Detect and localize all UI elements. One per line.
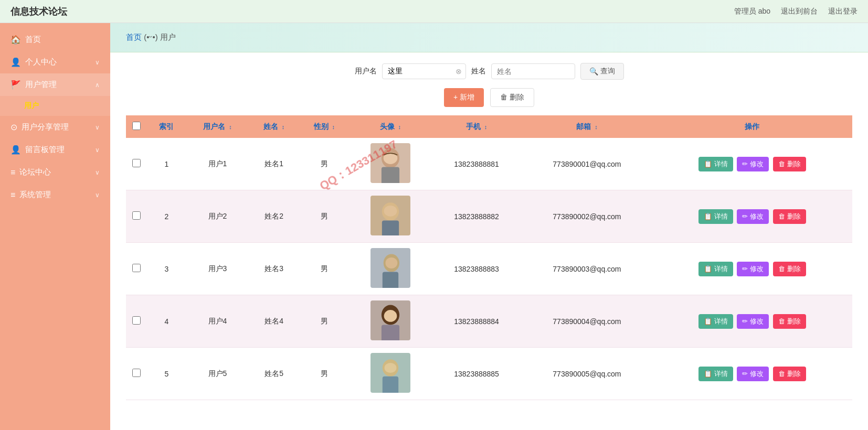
detail-button[interactable]: 📋 详情: [698, 314, 733, 329]
sidebar-label-forum-center: 论坛中心: [19, 167, 95, 177]
svg-rect-6: [382, 221, 399, 236]
row-lastname: 姓名4: [249, 295, 299, 348]
board-manage-arrow: ∨: [95, 146, 100, 154]
layout: 🏠 首页 👤 个人中心 ∨ 🚩 用户管理 ∧ 用户 ⊙ 用户分享管理 ∨ 👤 留…: [0, 23, 868, 430]
table-row: 5 用户5 姓名5 男 13823888885 773890005@qq.com…: [126, 348, 852, 400]
row-lastname: 姓名3: [249, 243, 299, 295]
avatar-sort-icon[interactable]: ↕: [398, 124, 401, 130]
row-gender: 男: [299, 295, 350, 348]
select-all-checkbox[interactable]: [132, 122, 141, 130]
row-gender: 男: [299, 190, 350, 243]
share-icon: ⊙: [10, 122, 17, 132]
edit-button[interactable]: ✏ 修改: [737, 367, 769, 381]
table-row: 1 用户1 姓名1 男 13823888881 773890001@qq.com…: [126, 138, 852, 190]
sidebar-item-home[interactable]: 🏠 首页: [0, 28, 110, 51]
edit-button[interactable]: ✏ 修改: [737, 209, 769, 224]
add-button[interactable]: + 新增: [444, 88, 484, 107]
sidebar-item-share-manage[interactable]: ⊙ 用户分享管理 ∨: [0, 116, 110, 138]
detail-button[interactable]: 📋 详情: [698, 157, 733, 171]
detail-button[interactable]: 📋 详情: [698, 367, 733, 381]
svg-rect-2: [382, 167, 399, 183]
edit-button[interactable]: ✏ 修改: [737, 314, 769, 329]
svg-point-14: [384, 310, 397, 322]
row-index: 5: [147, 348, 186, 400]
share-manage-arrow: ∨: [95, 124, 100, 131]
detail-button[interactable]: 📋 详情: [698, 262, 733, 276]
sidebar-item-board-manage[interactable]: 👤 留言板管理 ∨: [0, 138, 110, 161]
gender-sort-icon[interactable]: ↕: [332, 124, 335, 130]
row-checkbox[interactable]: [132, 369, 141, 377]
row-lastname: 姓名1: [249, 138, 299, 190]
th-action: 操作: [652, 115, 852, 138]
breadcrumb-home[interactable]: 首页: [126, 33, 142, 41]
row-checkbox[interactable]: [132, 264, 141, 272]
breadcrumb: 首页 (•ᵕ•) 用户: [110, 23, 868, 52]
row-index: 3: [147, 243, 186, 295]
breadcrumb-current: 用户: [160, 33, 176, 41]
sidebar-label-personal: 个人中心: [25, 57, 95, 67]
lastname-sort-icon[interactable]: ↕: [282, 124, 285, 130]
delete-button[interactable]: 🗑 删除: [773, 262, 806, 276]
row-checkbox[interactable]: [132, 211, 141, 220]
edit-button[interactable]: ✏ 修改: [737, 157, 769, 171]
delete-button[interactable]: 🗑 删除: [773, 157, 806, 171]
sidebar-item-personal[interactable]: 👤 个人中心 ∨: [0, 51, 110, 73]
row-check-cell: [126, 295, 147, 348]
search-icon: 🔍: [589, 67, 598, 76]
batch-delete-button[interactable]: 🗑 删除: [490, 88, 534, 107]
username-input[interactable]: [382, 63, 466, 79]
username-input-wrap: ⊗: [382, 63, 466, 79]
row-actions: 📋 详情 ✏ 修改 🗑 删除: [652, 348, 852, 400]
sidebar-label-board-manage: 留言板管理: [25, 145, 95, 155]
lastname-input[interactable]: [491, 63, 575, 79]
clear-icon[interactable]: ⊗: [456, 67, 462, 76]
user-table: 索引 用户名 ↕ 姓名 ↕ 性别 ↕ 头像 ↕ 手机 ↕ 邮箱 ↕ 操作 1 用…: [126, 115, 852, 400]
goto-front-link[interactable]: 退出到前台: [781, 7, 818, 16]
row-lastname: 姓名2: [249, 190, 299, 243]
username-sort-icon[interactable]: ↕: [229, 124, 232, 130]
sidebar-item-forum-center[interactable]: ≡ 论坛中心 ∨: [0, 161, 110, 184]
th-email: 邮箱 ↕: [522, 115, 652, 138]
table-row: 4 用户4 姓名4 男 13823888884 773890004@qq.com…: [126, 295, 852, 348]
sidebar-item-system-manage[interactable]: ≡ 系统管理 ∨: [0, 184, 110, 206]
row-phone: 13823888883: [431, 243, 522, 295]
row-email: 773890003@qq.com: [522, 243, 652, 295]
sidebar-label-system-manage: 系统管理: [19, 190, 95, 200]
email-sort-icon[interactable]: ↕: [595, 124, 598, 130]
row-avatar: [350, 190, 431, 243]
search-button[interactable]: 🔍 查询: [580, 63, 624, 80]
search-btn-label: 查询: [600, 67, 615, 76]
sidebar-item-user-manage[interactable]: 🚩 用户管理 ∧: [0, 73, 110, 96]
sidebar-sub-item-user[interactable]: 用户: [0, 96, 110, 116]
avatar-image: [371, 196, 410, 235]
detail-button[interactable]: 📋 详情: [698, 209, 733, 224]
row-gender: 男: [299, 348, 350, 400]
row-gender: 男: [299, 138, 350, 190]
delete-button[interactable]: 🗑 删除: [773, 209, 806, 224]
row-actions: 📋 详情 ✏ 修改 🗑 删除: [652, 295, 852, 348]
sidebar-label-share-manage: 用户分享管理: [22, 122, 95, 132]
row-username: 用户5: [186, 348, 249, 400]
logout-link[interactable]: 退出登录: [828, 7, 858, 16]
row-index: 4: [147, 295, 186, 348]
sidebar-label-home: 首页: [25, 35, 100, 45]
row-checkbox[interactable]: [132, 159, 141, 167]
row-phone: 13823888882: [431, 190, 522, 243]
flag-icon: 🚩: [10, 80, 21, 90]
row-checkbox[interactable]: [132, 316, 141, 325]
svg-point-19: [384, 363, 396, 373]
row-avatar: [350, 138, 431, 190]
action-bar: + 新增 🗑 删除: [126, 88, 852, 107]
top-bar: 信息技术论坛 管理员 abo 退出到前台 退出登录: [0, 0, 868, 23]
personal-icon: 👤: [10, 57, 21, 67]
row-check-cell: [126, 348, 147, 400]
delete-button[interactable]: 🗑 删除: [773, 314, 806, 329]
sidebar: 🏠 首页 👤 个人中心 ∨ 🚩 用户管理 ∧ 用户 ⊙ 用户分享管理 ∨ 👤 留…: [0, 23, 110, 430]
system-icon: ≡: [10, 190, 15, 200]
edit-button[interactable]: ✏ 修改: [737, 262, 769, 276]
personal-arrow: ∨: [95, 59, 100, 66]
row-actions: 📋 详情 ✏ 修改 🗑 删除: [652, 138, 852, 190]
delete-button[interactable]: 🗑 删除: [773, 367, 806, 381]
row-email: 773890001@qq.com: [522, 138, 652, 190]
phone-sort-icon[interactable]: ↕: [484, 124, 488, 130]
